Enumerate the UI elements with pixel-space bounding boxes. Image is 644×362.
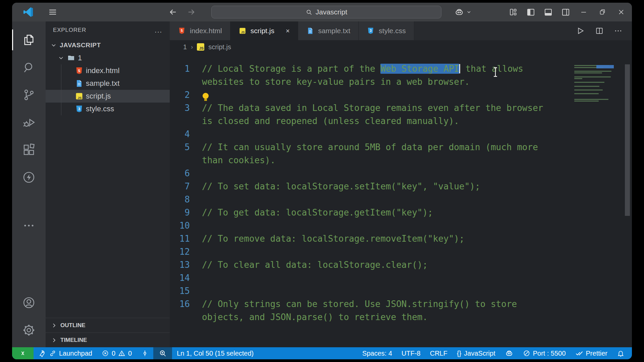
search-value: Javascript — [316, 8, 347, 16]
file-name: style.css — [86, 105, 114, 113]
explorer-actions-icon[interactable]: ... — [155, 26, 162, 34]
activitybar-account[interactable] — [12, 289, 46, 316]
timeline-section[interactable]: TIMELINE — [46, 333, 170, 347]
eol-item[interactable]: CRLF — [425, 347, 452, 359]
zoom-status-item[interactable] — [153, 347, 172, 359]
toggle-primary-sidebar-icon[interactable] — [522, 3, 539, 21]
hamburger-menu-icon[interactable] — [48, 7, 58, 17]
code-line[interactable]: 15 — [170, 285, 565, 298]
selected-text: Web Storage API — [380, 64, 459, 74]
code-line[interactable]: 6 — [170, 167, 565, 180]
live-server-port-item[interactable]: Port : 5500 — [518, 347, 571, 359]
tab-sample-txt[interactable]: sample.txt — [298, 21, 359, 40]
code-line[interactable]: 10 — [170, 219, 565, 232]
code-line[interactable]: 14 — [170, 272, 565, 285]
customize-layout-icon[interactable] — [504, 3, 522, 21]
code-line[interactable]: 16// Only strings can be stored. Use JSO… — [170, 298, 565, 324]
activitybar-run-debug[interactable] — [12, 109, 46, 136]
remote-indicator[interactable] — [12, 347, 34, 359]
lightbulb-icon[interactable] — [203, 93, 209, 99]
chevron-right-icon — [51, 322, 57, 328]
search-icon — [22, 60, 36, 74]
code-line[interactable]: 3// The data saved in Local Storage rema… — [170, 102, 565, 128]
breadcrumb-folder[interactable]: 1 — [183, 43, 187, 51]
breadcrumb-file[interactable]: script.js — [208, 43, 231, 51]
code-text: than cookies). — [202, 155, 275, 165]
code-line[interactable]: 12 — [170, 245, 565, 258]
close-button[interactable] — [612, 3, 631, 21]
code-line[interactable]: 1// Local Storage is a part of the Web S… — [170, 62, 565, 88]
minimap-line — [574, 71, 611, 72]
split-editor-icon[interactable] — [595, 26, 604, 35]
editor-scrollbar[interactable] — [625, 64, 630, 216]
encoding-label: UTF-8 — [401, 350, 421, 357]
code-line[interactable]: 9// To get data: localStorage.getItem("k… — [170, 206, 565, 219]
forward-arrow-icon[interactable] — [186, 7, 196, 17]
minimize-button[interactable] — [574, 3, 593, 21]
workspace-row[interactable]: JAVASCRIPT — [46, 39, 170, 52]
minimap-line — [574, 78, 582, 79]
run-file-icon[interactable] — [576, 26, 585, 35]
encoding-item[interactable]: UTF-8 — [397, 347, 425, 359]
tab-style-css[interactable]: 3 style.css — [359, 21, 414, 40]
css-icon: 3 — [367, 27, 375, 35]
code-line[interactable]: 8 — [170, 193, 565, 206]
code-line[interactable]: 13// To clear all data: localStorage.cle… — [170, 258, 565, 272]
search-icon — [306, 9, 312, 15]
more-actions-icon[interactable] — [614, 26, 623, 35]
bell-icon — [617, 350, 625, 357]
activitybar-search[interactable] — [12, 54, 46, 81]
tree-item-sample-txt[interactable]: sample.txt — [46, 77, 170, 90]
restore-button[interactable] — [593, 3, 612, 21]
back-arrow-icon[interactable] — [168, 7, 178, 17]
tab-script-js[interactable]: JS script.js × — [230, 21, 298, 40]
cursor-position-label: Ln 1, Col 50 (15 selected) — [177, 350, 254, 357]
sidebar-header: EXPLORER ... — [46, 21, 170, 39]
formatter-item[interactable]: Prettier — [571, 347, 612, 359]
link-icon — [49, 350, 56, 357]
tab-label: index.html — [190, 27, 222, 35]
toggle-panel-icon[interactable] — [539, 3, 557, 21]
problems-item[interactable]: 0 0 — [97, 347, 137, 359]
close-tab-icon[interactable]: × — [286, 27, 290, 35]
code-line[interactable]: 7// To set data: localStorage.setItem("k… — [170, 180, 565, 193]
js-icon: JS — [75, 92, 83, 100]
toggle-secondary-sidebar-icon[interactable] — [557, 3, 574, 21]
cursor-position-item[interactable]: Ln 1, Col 50 (15 selected) — [172, 347, 258, 359]
launchpad-item[interactable]: Launchpad — [34, 347, 97, 359]
language-item[interactable]: {} JavaScript — [452, 347, 500, 359]
code-line[interactable]: 11// To remove data: localStorage.remove… — [170, 232, 565, 245]
tree-item-script-js[interactable]: JS script.js — [46, 90, 170, 103]
svg-text:JS: JS — [77, 96, 82, 100]
folder-row[interactable]: 1 — [46, 52, 170, 64]
activitybar-explorer[interactable] — [12, 26, 46, 54]
tree-item-style-css[interactable]: 3 style.css — [46, 103, 170, 115]
code-line[interactable]: 5// It can usually store around 5MB of d… — [170, 141, 565, 167]
minimap-line — [574, 99, 608, 100]
tree-item-index-html[interactable]: 5 index.html — [46, 64, 170, 77]
ports-item[interactable] — [137, 347, 153, 359]
code-editor[interactable]: 1// Local Storage is a part of the Web S… — [170, 54, 632, 347]
line-number: 1 — [170, 62, 202, 88]
ellipsis-icon — [22, 219, 35, 232]
title-bar: Javascript — [12, 3, 632, 21]
editor-group: 5 index.html JS script.js × sample.txt 3… — [170, 21, 632, 347]
folder-name: 1 — [78, 54, 82, 62]
copilot-button[interactable] — [454, 7, 472, 17]
code-line[interactable]: 4 — [170, 128, 565, 141]
activitybar-source-control[interactable] — [12, 81, 46, 109]
indentation-item[interactable]: Spaces: 4 — [358, 347, 397, 359]
activitybar-extensions[interactable] — [12, 136, 46, 164]
copilot-status-item[interactable] — [500, 347, 518, 359]
command-center-search[interactable]: Javascript — [211, 6, 441, 18]
code-line[interactable]: 2 — [170, 88, 565, 102]
tab-label: script.js — [251, 27, 274, 35]
copilot-icon — [505, 349, 514, 358]
activitybar-more[interactable] — [12, 212, 46, 239]
activitybar-live-server[interactable] — [12, 164, 46, 191]
notifications-item[interactable] — [612, 347, 632, 359]
activitybar-settings[interactable] — [12, 316, 46, 344]
outline-section[interactable]: OUTLINE — [46, 318, 170, 333]
tab-index-html[interactable]: 5 index.html — [170, 21, 230, 40]
minimap[interactable] — [574, 65, 614, 103]
